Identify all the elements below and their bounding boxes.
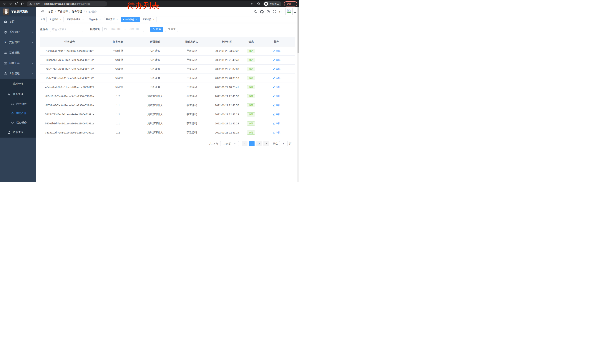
github-icon[interactable] (260, 10, 264, 14)
approve-link[interactable]: 审批 (273, 86, 281, 89)
process-name-input[interactable] (50, 27, 83, 32)
sidebar-item-devtools[interactable]: 研发工具 (0, 58, 36, 68)
sidebar-item-done-tasks[interactable]: 已办任务 (0, 118, 36, 127)
tab-label: 流程详情 (142, 18, 151, 21)
task-name-cell: 1.1 (99, 119, 137, 128)
tab-item[interactable]: 已办任务× (87, 17, 103, 22)
reset-button[interactable]: 重置 (165, 27, 178, 32)
tab-close-icon[interactable]: × (116, 18, 118, 21)
browser-reload-button[interactable] (14, 1, 19, 7)
fullscreen-icon[interactable] (273, 10, 276, 13)
breadcrumb-separator: / (55, 10, 56, 13)
tab-item[interactable]: 流程详情× (141, 17, 157, 22)
browser-forward-button[interactable] (8, 1, 13, 7)
bookmark-star-icon[interactable] (257, 2, 260, 6)
approve-link[interactable]: 审批 (273, 122, 281, 125)
sidebar-item-payment[interactable]: ¥ 支付管理 (0, 37, 36, 48)
approve-link[interactable]: 审批 (273, 67, 281, 71)
sidebar-item-infrastructure[interactable]: 基础设施 (0, 48, 36, 58)
approve-link[interactable]: 审批 (273, 58, 281, 62)
sidebar-item-todo-tasks[interactable]: 待办任务 (0, 109, 36, 118)
table-row: 8f0d1619-7ac8-11ec-a9e2-a2380e71991a1.2测… (40, 92, 295, 101)
tab-item[interactable]: 发起流程× (48, 17, 64, 22)
next-page-button[interactable] (263, 141, 269, 146)
avatar-caret-icon[interactable] (294, 12, 296, 14)
search-button[interactable]: 搜索 (150, 27, 163, 32)
people-icon (11, 102, 14, 106)
tab-item[interactable]: 待办任务× (121, 17, 140, 22)
edit-pencil-icon (273, 77, 275, 79)
top-navbar: 首页 / 工作流程 / 任务管理 / 待办任务 ? TT (36, 7, 299, 16)
create-time-cell: 2022-01-21 22:43:55 (210, 92, 244, 101)
approve-link[interactable]: 审批 (273, 131, 281, 134)
sidebar-item-my-process[interactable]: 我的流程 (0, 99, 36, 109)
browser-back-button[interactable] (2, 1, 7, 7)
approve-link[interactable]: 审批 (273, 104, 281, 107)
sidebar-item-label: 流程管理 (13, 82, 29, 86)
breadcrumb-item[interactable]: 首页 (48, 10, 53, 13)
scrollbar-thumb[interactable] (298, 7, 299, 53)
task-id-cell: 58154733-7ac8-11ec-a9e2-a2380e71991a (40, 110, 99, 119)
create-time-cell: 2022-01-21 22:41:29 (210, 128, 244, 137)
tab-close-icon[interactable]: × (59, 18, 62, 21)
calendar-icon (104, 28, 107, 31)
breadcrumb-item[interactable]: 任务管理 (72, 10, 82, 13)
sidebar-item-leave-query[interactable]: 请假查询 (0, 127, 36, 138)
browser-menu-dots-icon[interactable]: ⋮ (293, 2, 295, 5)
password-key-icon[interactable] (250, 2, 254, 5)
avatar[interactable] (285, 8, 293, 15)
page-number-button[interactable]: 1 (249, 141, 255, 146)
chevron-up-icon (32, 73, 34, 75)
browser-address-bar[interactable]: 不安全 dashboard.yudao.iocoder.cn/bpm/task/… (27, 1, 107, 7)
search-icon[interactable] (254, 10, 257, 13)
prev-page-button[interactable] (242, 141, 248, 146)
process-cell: 测试多审批人 (137, 128, 174, 137)
date-range-picker[interactable]: 开始日期 - 结束日期 (102, 27, 144, 32)
initiator-cell: 芋道源码 (174, 101, 210, 110)
tab-close-icon[interactable]: × (152, 18, 155, 21)
tab-close-icon[interactable]: × (135, 18, 138, 21)
approve-link[interactable]: 审批 (273, 95, 281, 98)
initiator-cell: 芋道源码 (174, 83, 210, 92)
goto-page-input[interactable] (279, 141, 288, 146)
sidebar-item-home[interactable]: 首页 (0, 16, 36, 27)
approve-link-label: 审批 (276, 131, 281, 134)
security-warning-icon[interactable] (29, 3, 32, 5)
help-icon[interactable]: ? (266, 10, 270, 13)
browser-scrollbar[interactable] (297, 7, 299, 182)
task-id-cell: 725a1eb6-7b88-11ec-8ef0-acde48001122 (40, 65, 99, 73)
sidebar-item-workflow[interactable]: 工作流程 (0, 68, 36, 79)
user-icon (8, 131, 11, 134)
browser-update-button[interactable]: 更新 ⋮ (284, 1, 297, 7)
tab-close-icon[interactable]: × (82, 18, 84, 21)
security-label: 不安全 (33, 2, 40, 6)
font-size-icon[interactable]: TT (279, 10, 282, 13)
breadcrumb-item[interactable]: 工作流程 (58, 10, 68, 13)
approve-link[interactable]: 审批 (273, 76, 281, 80)
tab-close-icon[interactable]: × (99, 18, 101, 21)
tab-item[interactable]: 首页 (39, 17, 47, 22)
process-name-label: 流程名 (40, 28, 48, 31)
main-area: 首页 / 工作流程 / 任务管理 / 待办任务 ? TT 首页发起流程×流程表单… (36, 7, 299, 182)
approve-link[interactable]: 审批 (273, 49, 281, 53)
sidebar-toggle-icon[interactable] (40, 10, 46, 13)
breadcrumb-separator: / (69, 10, 70, 13)
tab-item[interactable]: 我的流程× (104, 17, 120, 22)
table-row: 725a1eb6-7b88-11ec-8ef0-acde48001122一级审批… (40, 65, 295, 73)
task-id-cell: 069c6a63-7b8a-11ec-8ef0-acde48001122 (40, 55, 99, 65)
edit-pencil-icon (273, 50, 275, 52)
sidebar-item-system[interactable]: 系统管理 (0, 27, 36, 37)
sidebar-item-task-mgmt[interactable]: 任务管理 (0, 89, 36, 99)
search-button-label: 搜索 (156, 28, 161, 31)
approve-link-label: 审批 (276, 122, 281, 125)
process-cell: OA 请假 (137, 55, 174, 65)
url-host: dashboard.yudao.iocoder.cn (44, 2, 75, 5)
app-logo-row[interactable]: 芋道管理系统 (0, 7, 36, 16)
page-number-button[interactable]: 2 (256, 141, 262, 146)
sidebar-item-process-mgmt[interactable]: 流程管理 (0, 79, 36, 89)
tab-item[interactable]: 流程表单-编辑× (65, 17, 86, 22)
approve-link[interactable]: 审批 (273, 113, 281, 116)
column-header: 任务编号 (40, 37, 99, 46)
page-size-select[interactable]: 10条/页 (220, 141, 239, 146)
browser-home-button[interactable] (20, 1, 25, 7)
